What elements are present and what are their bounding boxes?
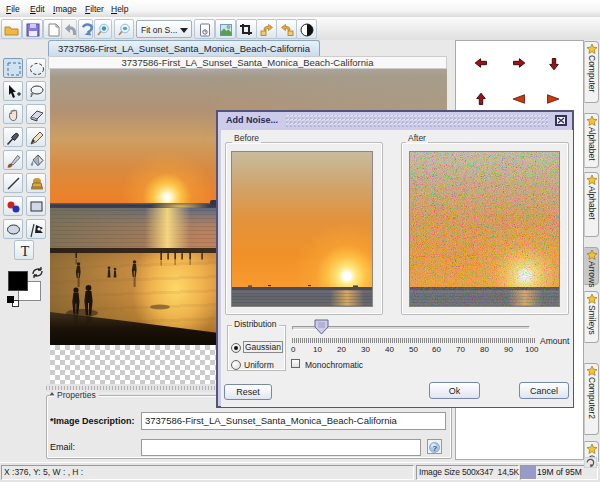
svg-text:?: ? (432, 444, 437, 453)
svg-text:T: T (21, 244, 30, 259)
